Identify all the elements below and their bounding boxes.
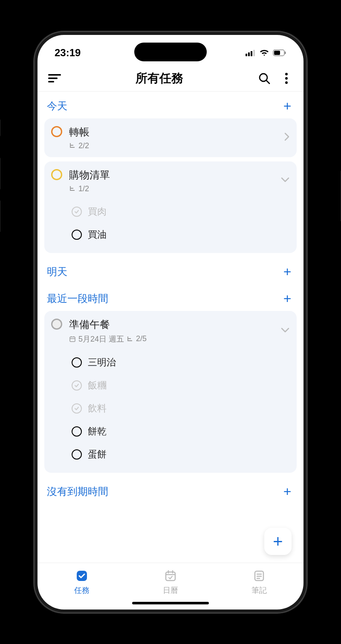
task-card[interactable]: 準備午餐 5月24日 週五 2/5 <box>44 311 297 473</box>
search-button[interactable] <box>256 70 273 87</box>
task-list-content[interactable]: 今天 + 轉帳 2/2 <box>38 91 303 563</box>
nav-label: 日曆 <box>163 585 178 595</box>
svg-rect-3 <box>253 50 255 56</box>
task-meta: 2/2 <box>69 141 277 150</box>
app-header: 所有任務 <box>38 66 303 91</box>
task-title: 轉帳 <box>69 125 277 139</box>
task-title: 準備午餐 <box>69 318 274 331</box>
section-title: 最近一段時間 <box>47 292 108 305</box>
nav-label: 筆記 <box>251 585 267 595</box>
subtask-item[interactable]: 蛋餅 <box>72 443 290 466</box>
nav-notes[interactable]: 筆記 <box>238 569 280 595</box>
svg-rect-20 <box>166 572 175 581</box>
task-checkbox[interactable] <box>51 126 62 137</box>
svg-rect-7 <box>48 74 61 76</box>
svg-point-13 <box>285 77 288 80</box>
subtask-count: 1/2 <box>78 184 89 193</box>
subtask-count: 2/2 <box>78 141 89 150</box>
subtask-text: 蛋餅 <box>88 448 107 461</box>
task-title: 購物清單 <box>69 168 274 182</box>
subtask-item[interactable]: 三明治 <box>72 351 290 374</box>
subtask-item[interactable]: 買肉 <box>72 200 290 223</box>
subtask-checkbox-done[interactable] <box>72 207 82 217</box>
subtask-item[interactable]: 飲料 <box>72 397 290 420</box>
task-checkbox[interactable] <box>51 169 62 180</box>
calendar-icon <box>164 569 177 583</box>
subtask-checkbox-done[interactable] <box>72 403 82 414</box>
subtask-icon <box>69 185 76 192</box>
page-title: 所有任務 <box>68 70 251 86</box>
task-checkbox[interactable] <box>51 319 62 330</box>
task-date: 5月24日 週五 <box>78 334 124 344</box>
task-meta: 1/2 <box>69 184 274 193</box>
subtask-text: 餅乾 <box>88 425 107 438</box>
svg-point-12 <box>285 73 288 75</box>
menu-button[interactable] <box>46 70 63 87</box>
subtask-text: 三明治 <box>88 356 116 369</box>
nav-tasks[interactable]: 任務 <box>61 569 103 595</box>
wifi-icon <box>259 49 269 57</box>
add-task-button[interactable]: + <box>280 264 294 280</box>
section-header-today[interactable]: 今天 + <box>38 92 303 118</box>
svg-rect-9 <box>48 81 54 83</box>
subtask-item[interactable]: 買油 <box>72 223 290 246</box>
chevron-down-icon[interactable] <box>280 327 290 335</box>
add-task-button[interactable]: + <box>280 484 294 500</box>
menu-icon <box>48 73 61 83</box>
status-icons <box>246 49 286 57</box>
subtask-text: 買肉 <box>88 205 107 218</box>
section-header-no-deadline[interactable]: 沒有到期時間 + <box>38 477 303 504</box>
battery-icon <box>273 49 286 56</box>
status-time: 23:19 <box>55 47 81 59</box>
subtask-icon <box>69 142 76 149</box>
chevron-right-icon[interactable] <box>284 132 290 143</box>
nav-label: 任務 <box>74 585 90 595</box>
svg-rect-1 <box>248 52 250 56</box>
subtask-checkbox[interactable] <box>72 230 82 240</box>
chevron-down-icon[interactable] <box>280 177 290 184</box>
plus-icon: + <box>273 533 283 550</box>
section-header-tomorrow[interactable]: 明天 + <box>38 257 303 284</box>
subtask-checkbox[interactable] <box>72 449 82 460</box>
section-title: 明天 <box>47 265 67 279</box>
task-meta: 5月24日 週五 2/5 <box>69 334 274 344</box>
add-task-button[interactable]: + <box>280 98 294 114</box>
nav-calendar[interactable]: 日曆 <box>149 569 192 595</box>
svg-rect-0 <box>246 54 247 56</box>
search-icon <box>258 72 270 84</box>
fab-add-button[interactable]: + <box>264 528 292 555</box>
svg-line-11 <box>266 80 269 83</box>
section-title: 今天 <box>47 99 67 113</box>
cellular-icon <box>246 49 256 56</box>
svg-rect-5 <box>274 51 280 55</box>
subtask-checkbox[interactable] <box>72 426 82 437</box>
subtask-item[interactable]: 飯糰 <box>72 374 290 397</box>
more-button[interactable] <box>278 70 295 87</box>
svg-rect-15 <box>70 337 75 342</box>
section-title: 沒有到期時間 <box>47 485 108 498</box>
more-vertical-icon <box>285 72 288 84</box>
subtask-text: 飲料 <box>88 402 107 415</box>
subtask-text: 飯糰 <box>88 379 107 392</box>
calendar-icon <box>69 336 76 342</box>
home-indicator[interactable] <box>132 602 209 604</box>
subtask-count: 2/5 <box>136 334 147 343</box>
subtask-checkbox-done[interactable] <box>72 380 82 391</box>
notes-icon <box>252 569 266 583</box>
subtask-item[interactable]: 餅乾 <box>72 420 290 443</box>
svg-rect-8 <box>48 78 58 79</box>
task-card[interactable]: 轉帳 2/2 <box>44 118 297 157</box>
task-card[interactable]: 購物清單 1/2 <box>44 161 297 253</box>
add-task-button[interactable]: + <box>280 291 294 307</box>
tasks-icon <box>75 569 89 583</box>
svg-rect-2 <box>251 51 252 56</box>
subtask-text: 買油 <box>88 228 107 241</box>
subtask-icon <box>127 336 133 342</box>
svg-rect-6 <box>285 52 286 54</box>
subtask-checkbox[interactable] <box>72 357 82 368</box>
section-header-recent[interactable]: 最近一段時間 + <box>38 284 303 311</box>
svg-point-14 <box>285 81 288 84</box>
